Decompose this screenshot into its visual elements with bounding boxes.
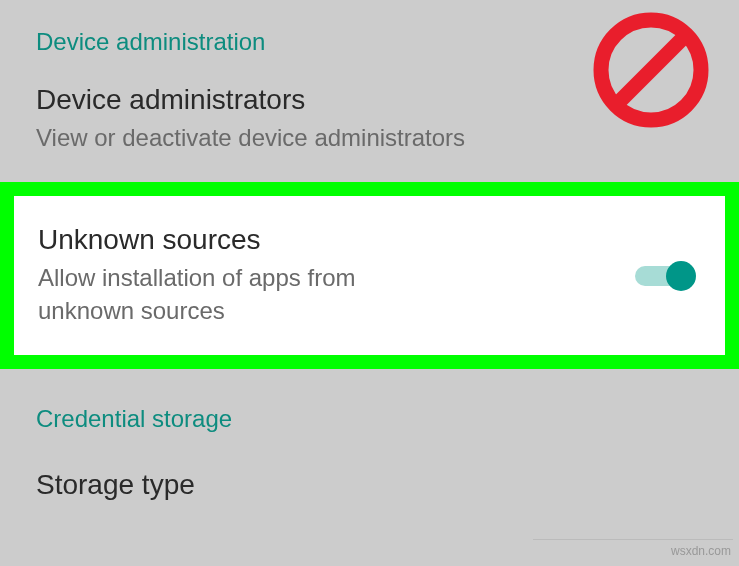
setting-subtitle: Allow installation of apps from unknown … xyxy=(38,262,458,327)
setting-text: Unknown sources Allow installation of ap… xyxy=(38,224,635,327)
setting-title: Unknown sources xyxy=(38,224,595,256)
setting-unknown-sources[interactable]: Unknown sources Allow installation of ap… xyxy=(14,196,725,355)
unknown-sources-toggle[interactable] xyxy=(635,258,691,294)
section-header-credential-storage: Credential storage xyxy=(0,369,739,443)
toggle-thumb xyxy=(666,261,696,291)
watermark-text: wsxdn.com xyxy=(671,544,731,558)
setting-storage-type[interactable]: Storage type xyxy=(0,443,739,501)
highlight-box: Unknown sources Allow installation of ap… xyxy=(0,182,739,369)
setting-title: Storage type xyxy=(36,469,703,501)
prohibit-icon xyxy=(591,10,711,130)
divider xyxy=(533,539,733,540)
svg-line-1 xyxy=(619,38,683,102)
